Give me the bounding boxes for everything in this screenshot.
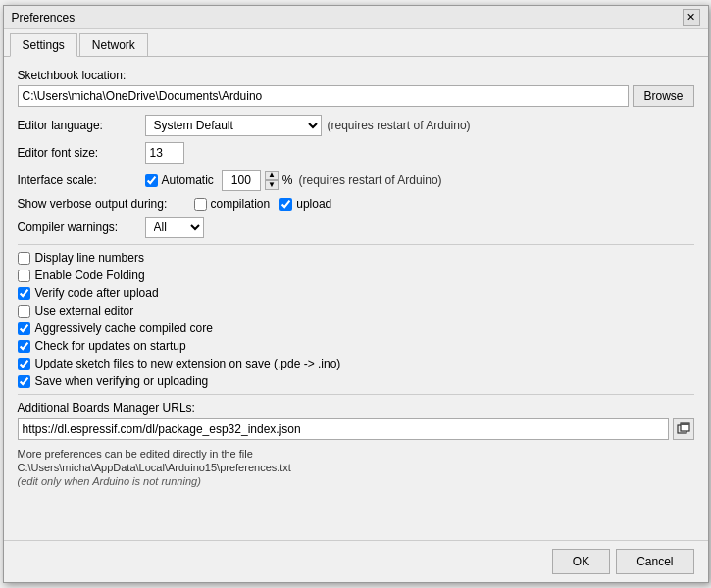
enable-code-folding-label: Enable Code Folding xyxy=(35,269,145,282)
verbose-output-label: Show verbose output during: xyxy=(18,197,194,211)
editor-font-size-row: Editor font size: xyxy=(18,142,694,164)
automatic-label: Automatic xyxy=(145,173,214,187)
update-sketch-files-checkbox[interactable] xyxy=(18,358,30,370)
editor-language-row: Editor language: System Default (require… xyxy=(18,115,694,136)
sketchbook-label: Sketchbook location: xyxy=(18,69,694,82)
cancel-button[interactable]: Cancel xyxy=(616,549,693,574)
verify-code-after-upload-checkbox[interactable] xyxy=(18,287,30,300)
use-external-editor-checkbox[interactable] xyxy=(18,305,30,318)
settings-content: Sketchbook location: Browse Editor langu… xyxy=(4,57,708,540)
verify-code-after-upload-label: Verify code after upload xyxy=(35,286,159,300)
interface-scale-row: Interface scale: Automatic ▲ ▼ % (requir… xyxy=(18,170,694,191)
separator-2 xyxy=(18,394,694,395)
checkbox-row-aggressively-cache: Aggressively cache compiled core xyxy=(18,321,694,335)
info-section: More preferences can be edited directly … xyxy=(18,448,694,487)
scale-spin-group: ▲ ▼ % xyxy=(222,170,293,191)
automatic-checkbox[interactable] xyxy=(145,174,158,187)
update-sketch-files-label: Update sketch files to new extension on … xyxy=(35,357,341,370)
scale-decrement-button[interactable]: ▼ xyxy=(265,180,279,190)
sketchbook-row: Sketchbook location: Browse xyxy=(18,69,694,107)
checkboxes-container: Display line numbers Enable Code Folding… xyxy=(18,251,694,388)
additional-boards-input[interactable] xyxy=(18,418,669,440)
aggressively-cache-label: Aggressively cache compiled core xyxy=(35,321,213,335)
tab-network[interactable]: Network xyxy=(79,33,148,56)
editor-font-size-input[interactable] xyxy=(145,142,184,164)
display-line-numbers-label: Display line numbers xyxy=(35,251,144,265)
check-for-updates-checkbox[interactable] xyxy=(18,340,30,353)
sketchbook-input-row: Browse xyxy=(18,85,694,107)
tabs-container: Settings Network xyxy=(4,29,708,57)
title-bar: Preferences ✕ xyxy=(4,6,708,29)
scale-value-input[interactable] xyxy=(222,170,261,191)
save-when-verifying-checkbox[interactable] xyxy=(18,375,30,388)
checkbox-row-verify-code-after-upload: Verify code after upload xyxy=(18,286,694,300)
verbose-checks: compilation upload xyxy=(194,197,332,211)
info-line1: More preferences can be edited directly … xyxy=(18,448,694,460)
browse-button[interactable]: Browse xyxy=(633,85,693,107)
enable-code-folding-checkbox[interactable] xyxy=(18,270,30,282)
interface-scale-label: Interface scale: xyxy=(18,173,145,187)
svg-rect-2 xyxy=(681,423,689,425)
checkbox-row-use-external-editor: Use external editor xyxy=(18,304,694,318)
scale-increment-button[interactable]: ▲ xyxy=(265,171,279,180)
additional-boards-row: Additional Boards Manager URLs: xyxy=(18,401,694,440)
preferences-dialog: Preferences ✕ Settings Network Sketchboo… xyxy=(3,5,709,583)
compiler-warnings-label: Compiler warnings: xyxy=(18,220,145,234)
use-external-editor-label: Use external editor xyxy=(35,304,134,318)
open-window-icon xyxy=(677,422,690,436)
verbose-output-row: Show verbose output during: compilation … xyxy=(18,197,694,211)
dialog-title: Preferences xyxy=(12,11,76,24)
display-line-numbers-checkbox[interactable] xyxy=(18,252,30,265)
editor-font-size-label: Editor font size: xyxy=(18,146,145,160)
info-line2: C:\Users\micha\AppData\Local\Arduino15\p… xyxy=(18,462,694,473)
scale-spin-buttons: ▲ ▼ xyxy=(265,171,279,190)
scale-note: (requires restart of Arduino) xyxy=(299,173,442,187)
aggressively-cache-checkbox[interactable] xyxy=(18,322,30,335)
checkbox-row-enable-code-folding: Enable Code Folding xyxy=(18,269,694,282)
checkbox-row-save-when-verifying: Save when verifying or uploading xyxy=(18,374,694,388)
editor-language-select[interactable]: System Default xyxy=(145,115,322,136)
separator-1 xyxy=(18,244,694,245)
additional-boards-input-row xyxy=(18,418,694,440)
checkbox-row-check-for-updates: Check for updates on startup xyxy=(18,339,694,353)
compiler-warnings-row: Compiler warnings: All xyxy=(18,217,694,238)
compilation-checkbox[interactable] xyxy=(194,198,207,211)
checkbox-row-update-sketch-files: Update sketch files to new extension on … xyxy=(18,357,694,370)
save-when-verifying-label: Save when verifying or uploading xyxy=(35,374,209,388)
compilation-check-label: compilation xyxy=(194,197,271,211)
check-for-updates-label: Check for updates on startup xyxy=(35,339,186,353)
ok-button[interactable]: OK xyxy=(552,549,610,574)
checkbox-row-display-line-numbers: Display line numbers xyxy=(18,251,694,265)
info-line3: (edit only when Arduino is not running) xyxy=(18,475,694,487)
upload-check-label: upload xyxy=(279,197,331,211)
additional-boards-label: Additional Boards Manager URLs: xyxy=(18,401,694,415)
upload-checkbox[interactable] xyxy=(279,198,292,211)
additional-boards-open-button[interactable] xyxy=(673,418,694,440)
editor-language-note: (requires restart of Arduino) xyxy=(328,119,471,132)
compiler-warnings-select[interactable]: All xyxy=(145,217,204,238)
sketchbook-path-input[interactable] xyxy=(18,85,630,107)
editor-language-label: Editor language: xyxy=(18,119,145,132)
tab-settings[interactable]: Settings xyxy=(10,33,77,57)
close-button[interactable]: ✕ xyxy=(683,9,700,26)
footer: OK Cancel xyxy=(4,540,708,582)
